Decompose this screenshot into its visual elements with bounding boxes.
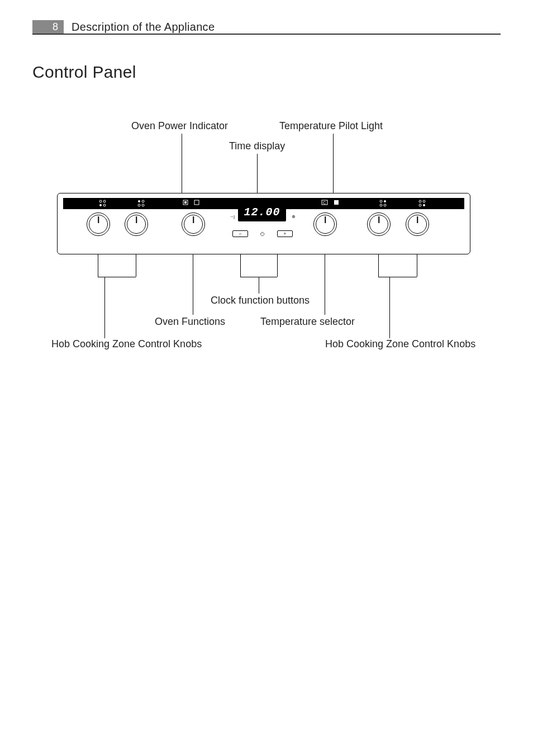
end-time-icon: →| <box>229 214 235 219</box>
svg-point-6 <box>138 204 140 206</box>
control-panel-diagram: Oven Power Indicator Temperature Pilot L… <box>51 98 476 361</box>
label-oven-power-indicator: Oven Power Indicator <box>131 120 228 132</box>
svg-rect-9 <box>184 201 187 204</box>
leader-hob-l1 <box>98 254 98 277</box>
leader-hob-r2 <box>417 254 417 277</box>
page-number: 8 <box>32 20 64 34</box>
lcd-right-icons: ⚠ ⊕ <box>289 202 297 221</box>
label-temperature-pilot-light: Temperature Pilot Light <box>279 120 383 132</box>
label-hob-knobs-right: Hob Cooking Zone Control Knobs <box>325 338 475 350</box>
leader-clock-drop <box>259 277 259 294</box>
hob-knob-1 <box>87 212 110 236</box>
clock-icon: ⊕ <box>292 214 296 219</box>
clock-minus-button: − <box>232 230 248 237</box>
pilot-light-icon <box>334 200 339 205</box>
svg-point-18 <box>419 200 421 202</box>
svg-point-7 <box>142 204 144 206</box>
hob-knob-2 <box>125 212 148 236</box>
hob-knob-3 <box>367 212 391 236</box>
leader-hob-l2 <box>136 254 136 277</box>
hob-zone-icon <box>418 200 426 207</box>
svg-point-14 <box>380 200 382 202</box>
svg-rect-10 <box>194 200 199 205</box>
svg-point-5 <box>142 200 144 202</box>
section-title: Control Panel <box>32 63 136 82</box>
svg-point-15 <box>384 200 386 202</box>
hob-zone-icon <box>379 200 387 207</box>
page-header: 8 Description of the Appliance <box>32 20 501 35</box>
clock-mode-icon: ⏲ <box>260 231 265 237</box>
leader-hob-lh <box>98 277 136 277</box>
svg-point-0 <box>99 200 102 202</box>
label-oven-functions: Oven Functions <box>155 316 225 328</box>
leader-temp-pilot <box>333 134 334 199</box>
power-indicator-icon <box>183 200 188 205</box>
time-display-module: ⇥ →| 12.00 ⚠ ⊕ − ⏲ + <box>227 202 298 238</box>
svg-point-19 <box>423 200 425 202</box>
svg-rect-13 <box>334 200 339 205</box>
label-temperature-selector: Temperature selector <box>260 316 355 328</box>
leader-temp-sel <box>325 254 325 315</box>
alarm-icon: ⚠ <box>292 205 296 210</box>
svg-text:C: C <box>323 201 326 205</box>
svg-point-16 <box>380 204 382 206</box>
label-clock-function-buttons: Clock function buttons <box>211 295 310 306</box>
hob-zone-icon <box>99 200 107 207</box>
leader-hob-r1 <box>378 254 379 277</box>
leader-clock-l <box>240 254 241 277</box>
leader-oven-func <box>193 254 193 315</box>
svg-point-20 <box>419 204 421 206</box>
leader-hob-rd <box>389 277 390 338</box>
temperature-selector-knob <box>313 212 337 236</box>
temperature-icon: C <box>321 200 328 205</box>
label-time-display: Time display <box>229 140 285 152</box>
svg-point-21 <box>423 204 425 206</box>
leader-hob-rh <box>378 277 417 277</box>
oven-function-icon <box>194 200 199 205</box>
leader-oven-power <box>182 134 182 199</box>
svg-point-2 <box>99 204 102 206</box>
leader-clock-r <box>277 254 278 277</box>
chapter-title: Description of the Appliance <box>64 20 215 34</box>
duration-icon: ⇥ <box>230 205 234 210</box>
hob-knob-4 <box>406 212 429 236</box>
clock-button-row: − ⏲ + <box>232 229 293 238</box>
oven-function-knob <box>182 212 205 236</box>
leader-hob-ld <box>104 277 105 338</box>
hob-zone-icon <box>137 200 145 207</box>
clock-plus-button: + <box>277 230 293 237</box>
svg-point-3 <box>103 204 106 206</box>
svg-point-1 <box>103 200 106 202</box>
label-hob-knobs-left: Hob Cooking Zone Control Knobs <box>51 338 202 350</box>
lcd-left-icons: ⇥ →| <box>228 202 236 221</box>
svg-point-4 <box>138 200 140 202</box>
control-panel-illustration: C ⇥ →| 12.00 ⚠ <box>57 193 470 254</box>
lcd-time-value: 12.00 <box>238 202 286 221</box>
svg-point-17 <box>384 204 386 206</box>
